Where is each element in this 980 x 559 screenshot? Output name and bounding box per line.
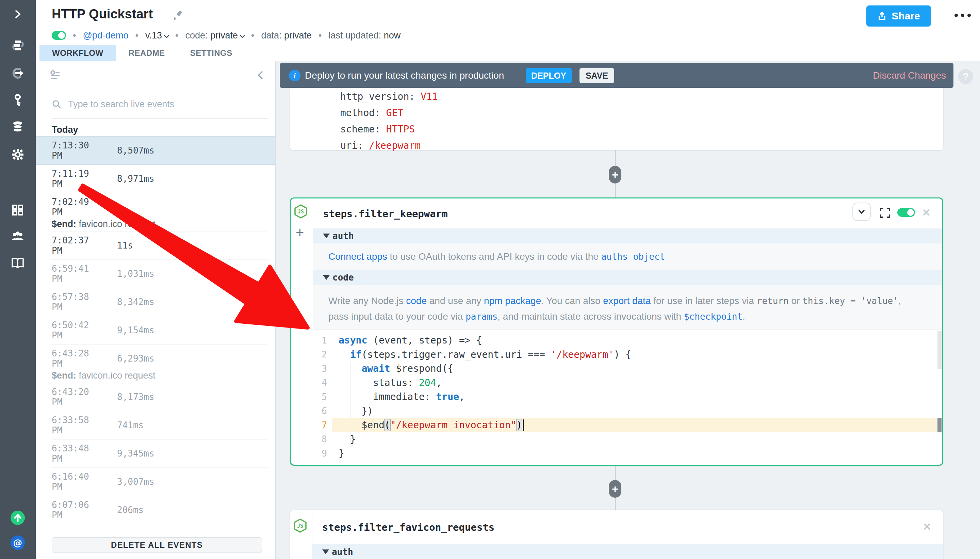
share-upload-icon: [877, 11, 887, 21]
save-button[interactable]: SAVE: [579, 68, 614, 83]
sidebar-item-docs[interactable]: [10, 256, 25, 271]
code-editor[interactable]: 1async (event, steps) => {2 if(steps.tri…: [313, 330, 942, 465]
step-collapse-button[interactable]: [852, 203, 871, 221]
collapse-panel-button[interactable]: [255, 69, 266, 83]
workflow-active-toggle[interactable]: [52, 31, 66, 40]
help-button[interactable]: ?: [958, 69, 973, 84]
event-row[interactable]: 6:43:20 PM 8,173ms: [36, 383, 275, 411]
event-row[interactable]: 6:16:40 PM 3,007ms: [36, 468, 275, 496]
code-desc-line2: pass input data to your code via params,…: [328, 309, 942, 324]
tab-workflow[interactable]: WORKFLOW: [40, 45, 116, 61]
collapse-triangle-icon: [323, 233, 330, 238]
event-time: 6:43:20 PM: [52, 387, 101, 407]
close-icon[interactable]: ✕: [922, 207, 931, 218]
event-row[interactable]: 7:13:30 PM 8,507ms: [36, 136, 275, 165]
sidebar-item-expand[interactable]: [10, 7, 25, 22]
app-sidebar: @: [0, 0, 36, 559]
sidebar-item-deploy-status[interactable]: [10, 510, 25, 525]
owner-link[interactable]: @pd-demo: [82, 30, 128, 41]
add-step-button[interactable]: +: [609, 166, 621, 184]
page-title: HTTP Quickstart: [52, 7, 153, 22]
edit-pencil-icon: [172, 10, 183, 21]
account-avatar-icon: @: [10, 535, 25, 551]
sidebar-item-account[interactable]: @: [10, 535, 25, 550]
event-note: $end: favicon.ico request: [36, 219, 275, 231]
trigger-event-card[interactable]: http_version: V11 method: GET scheme: HT…: [290, 88, 943, 150]
version-dropdown[interactable]: v.13: [145, 30, 168, 41]
event-row[interactable]: 6:59:41 PM 1,031ms: [36, 260, 275, 288]
editor-lines: 1async (event, steps) => {2 if(steps.tri…: [313, 333, 942, 461]
delete-all-events-button[interactable]: DELETE ALL EVENTS: [52, 537, 262, 553]
add-step-above-button[interactable]: +: [296, 226, 304, 240]
connect-apps-link[interactable]: Connect apps: [328, 251, 387, 262]
editor-scrollbar-marker: [937, 418, 942, 432]
event-time: 6:07:06 PM: [52, 500, 101, 520]
overflow-menu-button[interactable]: [954, 13, 971, 17]
workflow-meta-row: • @pd-demo • v.13 • code: private • data…: [52, 30, 401, 41]
event-row[interactable]: 6:43:28 PM 6,293ms $end: favicon.ico req…: [36, 344, 275, 383]
add-step-button[interactable]: +: [609, 480, 621, 498]
deploy-button[interactable]: DEPLOY: [526, 68, 572, 83]
code-visibility-dropdown[interactable]: code: private: [185, 30, 244, 41]
sidebar-item-data-stores[interactable]: [10, 119, 25, 134]
sidebar-item-keys[interactable]: [10, 93, 25, 108]
event-row[interactable]: 7:02:37 PM 11s: [36, 232, 275, 260]
auth-section-header[interactable]: auth: [313, 228, 942, 243]
event-duration: 9,154ms: [117, 325, 155, 335]
filter-events-button[interactable]: [50, 69, 62, 83]
docs-book-icon: [10, 256, 25, 270]
data-stores-icon: [11, 120, 25, 134]
search-input[interactable]: [68, 99, 245, 110]
trigger-field: http_version: V11: [340, 89, 438, 105]
tab-readme[interactable]: README: [116, 45, 178, 61]
editor-scrollbar[interactable]: [937, 331, 942, 369]
event-time: 6:50:42 PM: [52, 320, 101, 341]
step-card-filter-keepwarm[interactable]: JS + steps.filter_keepwarm ✕ auth Connec…: [290, 197, 943, 466]
auth-section-body: Connect apps to use OAuth tokens and API…: [313, 243, 942, 270]
sidebar-item-workflows[interactable]: [10, 38, 25, 53]
sidebar-item-settings[interactable]: [10, 147, 25, 162]
event-row[interactable]: 6:50:42 PM 9,154ms: [36, 316, 275, 344]
discard-changes-button[interactable]: Discard Changes: [873, 63, 946, 88]
deploy-banner: i Deploy to run your latest changes in p…: [280, 63, 954, 88]
step-fullscreen-button[interactable]: [879, 207, 891, 220]
event-row[interactable]: 7:11:19 PM 8,971ms: [36, 165, 275, 193]
event-time: 6:33:58 PM: [52, 415, 101, 435]
auth-section-header[interactable]: auth: [312, 544, 943, 559]
event-row[interactable]: 6:33:48 PM 9,345ms: [36, 440, 275, 468]
event-duration: 6,293ms: [117, 353, 155, 364]
share-button[interactable]: Share: [866, 5, 931, 26]
sidebar-item-apps[interactable]: [10, 203, 25, 218]
event-time: 7:02:37 PM: [52, 235, 101, 256]
svg-text:@: @: [13, 537, 23, 548]
code-section-header[interactable]: code: [313, 270, 942, 285]
event-row[interactable]: 6:07:06 PM 206ms: [36, 496, 275, 524]
edit-title-button[interactable]: [172, 10, 183, 21]
event-time: 6:57:38 PM: [52, 292, 101, 312]
event-list: 7:13:30 PM 8,507ms 7:11:19 PM 8,971ms 7:…: [36, 136, 275, 524]
step-enabled-toggle[interactable]: [898, 208, 915, 217]
last-updated: last updated: now: [329, 30, 401, 41]
svg-text:JS: JS: [297, 523, 303, 529]
event-row[interactable]: 6:57:38 PM 8,342ms: [36, 288, 275, 316]
close-icon[interactable]: ✕: [923, 521, 931, 533]
trigger-field: scheme: HTTPS: [340, 121, 438, 137]
events-panel-header: [36, 61, 275, 89]
event-row[interactable]: 7:02:49 PM $end: favicon.ico request: [36, 193, 275, 232]
tab-settings[interactable]: SETTINGS: [178, 45, 245, 61]
event-sources-icon: [11, 66, 25, 80]
trigger-field: uri: /keepwarm: [340, 137, 438, 154]
trigger-field: method: GET: [340, 105, 438, 121]
chevron-down-icon: [857, 207, 866, 216]
sidebar-item-community[interactable]: [10, 229, 25, 244]
settings-gear-icon: [11, 148, 25, 161]
nodejs-hexagon-icon: JS: [293, 204, 308, 219]
sidebar-item-event-sources[interactable]: [10, 66, 25, 81]
event-duration: 8,971ms: [117, 174, 155, 184]
workflow-canvas: i Deploy to run your latest changes in p…: [276, 61, 980, 559]
step-card-filter-favicon-requests[interactable]: JS steps.filter_favicon_requests ✕ auth: [290, 509, 943, 559]
event-row[interactable]: 6:33:58 PM 741ms: [36, 411, 275, 440]
auths-object-link[interactable]: auths object: [601, 251, 665, 262]
collapse-triangle-icon: [322, 549, 329, 554]
deploy-banner-message: Deploy to run your latest changes in pro…: [305, 63, 504, 88]
